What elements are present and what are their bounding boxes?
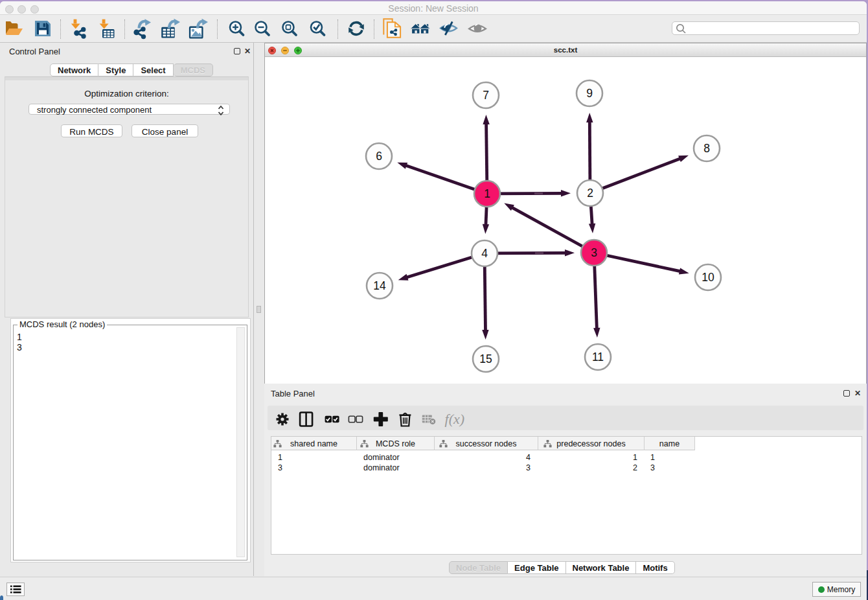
svg-text:10: 10 — [702, 271, 714, 284]
svg-text:11: 11 — [592, 351, 604, 363]
svg-text:7: 7 — [483, 89, 489, 102]
svg-text:f(x): f(x) — [445, 411, 465, 427]
svg-text:3: 3 — [591, 246, 597, 259]
svg-text:6: 6 — [376, 150, 382, 163]
svg-text:14: 14 — [373, 279, 386, 292]
svg-text:15: 15 — [479, 352, 492, 365]
svg-text:2: 2 — [587, 187, 593, 200]
svg-text:9: 9 — [586, 87, 593, 100]
svg-text:4: 4 — [481, 247, 488, 260]
svg-text:1: 1 — [484, 187, 490, 200]
svg-text:8: 8 — [703, 142, 710, 155]
